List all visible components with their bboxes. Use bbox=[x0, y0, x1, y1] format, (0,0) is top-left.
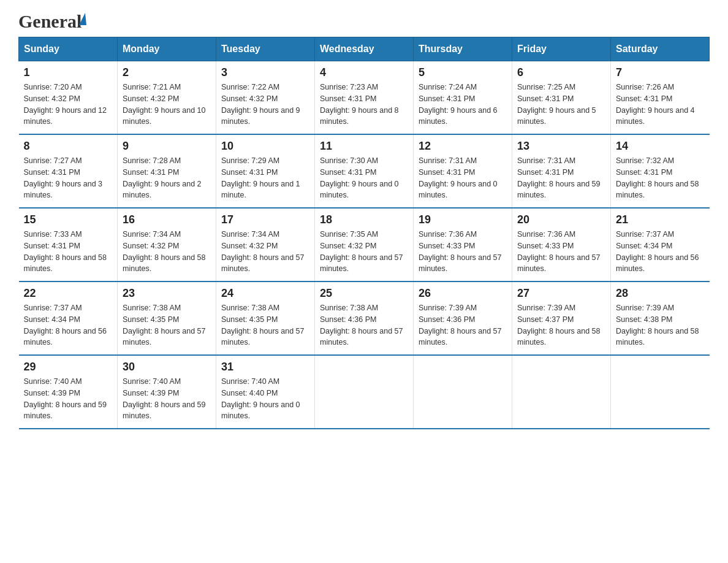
logo-general-text: General bbox=[18, 12, 82, 31]
day-info: Sunrise: 7:25 AMSunset: 4:31 PMDaylight:… bbox=[517, 82, 605, 128]
calendar-cell: 29Sunrise: 7:40 AMSunset: 4:39 PMDayligh… bbox=[19, 355, 118, 429]
day-number: 29 bbox=[24, 361, 113, 373]
day-header-monday: Monday bbox=[118, 37, 216, 61]
day-number: 22 bbox=[24, 287, 113, 300]
day-info: Sunrise: 7:35 AMSunset: 4:32 PMDaylight:… bbox=[320, 229, 408, 275]
day-header-tuesday: Tuesday bbox=[216, 37, 315, 61]
calendar-cell: 25Sunrise: 7:38 AMSunset: 4:36 PMDayligh… bbox=[315, 282, 414, 355]
day-info: Sunrise: 7:37 AMSunset: 4:34 PMDaylight:… bbox=[24, 302, 113, 348]
day-number: 3 bbox=[221, 66, 309, 79]
day-number: 18 bbox=[320, 213, 408, 226]
day-number: 10 bbox=[221, 140, 309, 153]
day-info: Sunrise: 7:40 AMSunset: 4:39 PMDaylight:… bbox=[24, 376, 113, 422]
calendar-cell: 15Sunrise: 7:33 AMSunset: 4:31 PMDayligh… bbox=[19, 208, 118, 282]
day-number: 24 bbox=[221, 287, 309, 300]
day-info: Sunrise: 7:38 AMSunset: 4:35 PMDaylight:… bbox=[123, 302, 211, 348]
calendar-cell: 6Sunrise: 7:25 AMSunset: 4:31 PMDaylight… bbox=[512, 61, 611, 135]
calendar-cell: 24Sunrise: 7:38 AMSunset: 4:35 PMDayligh… bbox=[216, 282, 315, 355]
day-info: Sunrise: 7:34 AMSunset: 4:32 PMDaylight:… bbox=[221, 229, 309, 275]
day-info: Sunrise: 7:37 AMSunset: 4:34 PMDaylight:… bbox=[616, 229, 705, 275]
calendar-cell: 20Sunrise: 7:36 AMSunset: 4:33 PMDayligh… bbox=[512, 208, 611, 282]
calendar-cell: 1Sunrise: 7:20 AMSunset: 4:32 PMDaylight… bbox=[19, 61, 118, 135]
day-info: Sunrise: 7:39 AMSunset: 4:36 PMDaylight:… bbox=[419, 302, 507, 348]
page-header: General bbox=[18, 12, 710, 31]
day-number: 8 bbox=[24, 140, 113, 153]
calendar-cell: 10Sunrise: 7:29 AMSunset: 4:31 PMDayligh… bbox=[216, 134, 315, 208]
day-info: Sunrise: 7:40 AMSunset: 4:40 PMDaylight:… bbox=[221, 376, 309, 422]
day-info: Sunrise: 7:22 AMSunset: 4:32 PMDaylight:… bbox=[221, 82, 309, 128]
calendar-cell: 27Sunrise: 7:39 AMSunset: 4:37 PMDayligh… bbox=[512, 282, 611, 355]
calendar-cell: 23Sunrise: 7:38 AMSunset: 4:35 PMDayligh… bbox=[118, 282, 216, 355]
day-info: Sunrise: 7:39 AMSunset: 4:38 PMDaylight:… bbox=[616, 302, 705, 348]
day-info: Sunrise: 7:38 AMSunset: 4:35 PMDaylight:… bbox=[221, 302, 309, 348]
calendar-cell: 17Sunrise: 7:34 AMSunset: 4:32 PMDayligh… bbox=[216, 208, 315, 282]
day-info: Sunrise: 7:20 AMSunset: 4:32 PMDaylight:… bbox=[24, 82, 113, 128]
day-number: 11 bbox=[320, 140, 408, 153]
day-number: 17 bbox=[221, 213, 309, 226]
day-info: Sunrise: 7:40 AMSunset: 4:39 PMDaylight:… bbox=[123, 376, 211, 422]
calendar-cell: 31Sunrise: 7:40 AMSunset: 4:40 PMDayligh… bbox=[216, 355, 315, 429]
day-number: 28 bbox=[616, 287, 705, 300]
calendar-week-4: 22Sunrise: 7:37 AMSunset: 4:34 PMDayligh… bbox=[19, 282, 710, 355]
calendar-cell bbox=[512, 355, 611, 429]
calendar-cell: 11Sunrise: 7:30 AMSunset: 4:31 PMDayligh… bbox=[315, 134, 414, 208]
day-info: Sunrise: 7:39 AMSunset: 4:37 PMDaylight:… bbox=[517, 302, 605, 348]
day-number: 31 bbox=[221, 361, 309, 373]
logo: General bbox=[18, 12, 86, 31]
day-info: Sunrise: 7:21 AMSunset: 4:32 PMDaylight:… bbox=[123, 82, 211, 128]
day-info: Sunrise: 7:33 AMSunset: 4:31 PMDaylight:… bbox=[24, 229, 113, 275]
day-number: 13 bbox=[517, 140, 605, 153]
day-number: 9 bbox=[123, 140, 211, 153]
calendar-week-2: 8Sunrise: 7:27 AMSunset: 4:31 PMDaylight… bbox=[19, 134, 710, 208]
logo-triangle-icon bbox=[79, 13, 86, 25]
day-info: Sunrise: 7:23 AMSunset: 4:31 PMDaylight:… bbox=[320, 82, 408, 128]
calendar-cell: 19Sunrise: 7:36 AMSunset: 4:33 PMDayligh… bbox=[414, 208, 512, 282]
calendar-cell: 8Sunrise: 7:27 AMSunset: 4:31 PMDaylight… bbox=[19, 134, 118, 208]
day-info: Sunrise: 7:29 AMSunset: 4:31 PMDaylight:… bbox=[221, 155, 309, 201]
calendar-cell: 14Sunrise: 7:32 AMSunset: 4:31 PMDayligh… bbox=[611, 134, 710, 208]
day-number: 15 bbox=[24, 213, 113, 226]
calendar-cell bbox=[315, 355, 414, 429]
calendar-week-1: 1Sunrise: 7:20 AMSunset: 4:32 PMDaylight… bbox=[19, 61, 710, 135]
day-header-friday: Friday bbox=[512, 37, 611, 61]
day-info: Sunrise: 7:28 AMSunset: 4:31 PMDaylight:… bbox=[123, 155, 211, 201]
day-number: 6 bbox=[517, 66, 605, 79]
day-number: 16 bbox=[123, 213, 211, 226]
day-number: 19 bbox=[419, 213, 507, 226]
day-number: 14 bbox=[616, 140, 705, 153]
day-info: Sunrise: 7:34 AMSunset: 4:32 PMDaylight:… bbox=[123, 229, 211, 275]
calendar-table: SundayMondayTuesdayWednesdayThursdayFrid… bbox=[18, 37, 710, 429]
day-number: 26 bbox=[419, 287, 507, 300]
calendar-body: 1Sunrise: 7:20 AMSunset: 4:32 PMDaylight… bbox=[19, 61, 710, 429]
day-info: Sunrise: 7:36 AMSunset: 4:33 PMDaylight:… bbox=[419, 229, 507, 275]
day-info: Sunrise: 7:31 AMSunset: 4:31 PMDaylight:… bbox=[517, 155, 605, 201]
calendar-cell: 18Sunrise: 7:35 AMSunset: 4:32 PMDayligh… bbox=[315, 208, 414, 282]
days-of-week-row: SundayMondayTuesdayWednesdayThursdayFrid… bbox=[19, 37, 710, 61]
calendar-cell: 3Sunrise: 7:22 AMSunset: 4:32 PMDaylight… bbox=[216, 61, 315, 135]
calendar-cell: 28Sunrise: 7:39 AMSunset: 4:38 PMDayligh… bbox=[611, 282, 710, 355]
calendar-week-5: 29Sunrise: 7:40 AMSunset: 4:39 PMDayligh… bbox=[19, 355, 710, 429]
calendar-cell: 7Sunrise: 7:26 AMSunset: 4:31 PMDaylight… bbox=[611, 61, 710, 135]
day-number: 1 bbox=[24, 66, 113, 79]
day-info: Sunrise: 7:38 AMSunset: 4:36 PMDaylight:… bbox=[320, 302, 408, 348]
calendar-cell: 2Sunrise: 7:21 AMSunset: 4:32 PMDaylight… bbox=[118, 61, 216, 135]
calendar-cell: 26Sunrise: 7:39 AMSunset: 4:36 PMDayligh… bbox=[414, 282, 512, 355]
day-number: 25 bbox=[320, 287, 408, 300]
day-number: 7 bbox=[616, 66, 705, 79]
calendar-cell: 4Sunrise: 7:23 AMSunset: 4:31 PMDaylight… bbox=[315, 61, 414, 135]
day-number: 20 bbox=[517, 213, 605, 226]
calendar-cell: 13Sunrise: 7:31 AMSunset: 4:31 PMDayligh… bbox=[512, 134, 611, 208]
day-info: Sunrise: 7:36 AMSunset: 4:33 PMDaylight:… bbox=[517, 229, 605, 275]
day-header-sunday: Sunday bbox=[19, 37, 118, 61]
day-header-thursday: Thursday bbox=[414, 37, 512, 61]
calendar-cell: 9Sunrise: 7:28 AMSunset: 4:31 PMDaylight… bbox=[118, 134, 216, 208]
day-info: Sunrise: 7:31 AMSunset: 4:31 PMDaylight:… bbox=[419, 155, 507, 201]
day-number: 4 bbox=[320, 66, 408, 79]
day-number: 27 bbox=[517, 287, 605, 300]
calendar-cell bbox=[414, 355, 512, 429]
day-number: 21 bbox=[616, 213, 705, 226]
day-header-wednesday: Wednesday bbox=[315, 37, 414, 61]
calendar-cell bbox=[611, 355, 710, 429]
day-info: Sunrise: 7:30 AMSunset: 4:31 PMDaylight:… bbox=[320, 155, 408, 201]
calendar-cell: 16Sunrise: 7:34 AMSunset: 4:32 PMDayligh… bbox=[118, 208, 216, 282]
